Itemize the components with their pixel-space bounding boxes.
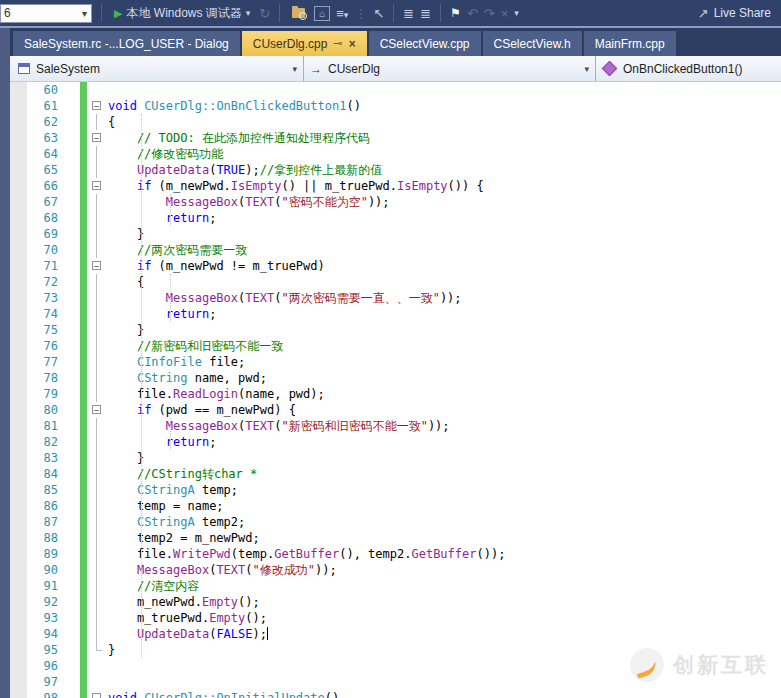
fold-toggle-icon[interactable]: − [92, 181, 101, 190]
change-tracking-bar [80, 82, 87, 98]
breakpoint-margin[interactable] [62, 114, 80, 130]
breakpoint-margin[interactable] [62, 498, 80, 514]
find-in-files-button[interactable] [289, 6, 308, 20]
fold-guide [96, 578, 97, 594]
breakpoint-margin[interactable] [62, 482, 80, 498]
member-dropdown[interactable]: OnBnClickedButton1() [596, 56, 781, 81]
change-tracking-bar [80, 242, 87, 258]
breakpoint-margin[interactable] [62, 242, 80, 258]
live-share-button[interactable]: Live Share [714, 6, 771, 20]
nav-back-icon[interactable]: ↶ [467, 6, 478, 21]
outline-margin [87, 290, 108, 306]
toolbar-overflow-icon[interactable]: ▾ [514, 8, 519, 18]
breakpoint-margin[interactable] [62, 626, 80, 642]
breakpoint-margin[interactable] [62, 178, 80, 194]
breakpoint-margin[interactable] [62, 578, 80, 594]
code-line: 82 return; [0, 434, 781, 450]
outline-margin [87, 274, 108, 290]
hot-reload-icon[interactable]: ↻ [259, 6, 270, 21]
change-tracking-bar [80, 226, 87, 242]
tab-salesystem-rc[interactable]: SaleSystem.rc -...LOG_USER - Dialog [13, 31, 240, 56]
fold-toggle-icon[interactable]: − [92, 405, 101, 414]
breakpoint-margin[interactable] [62, 338, 80, 354]
toolbar-separator [393, 4, 394, 22]
breakpoint-margin[interactable] [62, 674, 80, 690]
tab-mainfrm-cpp[interactable]: MainFrm.cpp [584, 31, 676, 56]
breakpoint-margin[interactable] [62, 514, 80, 530]
code-line: 77 CInfoFile file; [0, 354, 781, 370]
tab-cuserdlg-cpp[interactable]: CUserDlg.cpp ⊸ × [242, 31, 367, 56]
breakpoint-margin[interactable] [62, 386, 80, 402]
pin-icon[interactable]: ⊸ [333, 37, 342, 50]
breakpoint-margin[interactable] [62, 610, 80, 626]
breakpoint-margin[interactable] [62, 194, 80, 210]
code-text: void CUserDlg::OnBnClickedButton1() [108, 98, 361, 114]
code-line: 90 MessageBox(TEXT("修改成功")); [0, 562, 781, 578]
breakpoint-margin[interactable] [62, 274, 80, 290]
line-number: 61 [27, 98, 62, 114]
nav-forward-icon[interactable]: ↷ [484, 6, 495, 21]
indent-icon[interactable]: ≣ [403, 6, 414, 21]
tab-cselectview-h[interactable]: CSelectView.h [483, 31, 582, 56]
fold-guide [96, 274, 97, 290]
change-tracking-bar [80, 466, 87, 482]
outline-margin [87, 466, 108, 482]
code-text: } [108, 322, 144, 338]
breakpoint-margin[interactable] [62, 658, 80, 674]
fold-toggle-icon[interactable]: − [92, 261, 101, 270]
home-icon[interactable]: ⌂ [314, 6, 330, 21]
code-editor[interactable]: 6061−void CUserDlg::OnBnClickedButton1()… [0, 82, 781, 698]
fold-toggle-icon[interactable]: − [92, 101, 101, 110]
breakpoint-margin[interactable] [62, 434, 80, 450]
indicator-margin [10, 386, 27, 402]
breakpoint-margin[interactable] [62, 530, 80, 546]
outline-margin [87, 370, 108, 386]
bookmark-icon[interactable]: ⚑ [450, 6, 461, 20]
breakpoint-margin[interactable] [62, 322, 80, 338]
outdent-icon[interactable]: ≣ [420, 6, 431, 21]
breakpoint-margin[interactable] [62, 306, 80, 322]
code-text: if (m_newPwd.IsEmpty() || m_truePwd.IsEm… [108, 178, 484, 194]
breakpoint-margin[interactable] [62, 146, 80, 162]
breakpoint-margin[interactable] [62, 402, 80, 418]
class-dropdown[interactable]: → CUserDlg ▾ [304, 56, 596, 81]
breakpoint-margin[interactable] [62, 562, 80, 578]
breakpoint-margin[interactable] [62, 210, 80, 226]
breakpoint-margin[interactable] [62, 690, 80, 698]
breakpoint-margin[interactable] [62, 546, 80, 562]
breakpoint-margin[interactable] [62, 642, 80, 658]
pointer-select-icon[interactable]: ↖ [373, 6, 384, 21]
line-number: 95 [27, 642, 62, 658]
breakpoint-margin[interactable] [62, 466, 80, 482]
code-text: UpdateData(TRUE);//拿到控件上最新的值 [108, 162, 382, 178]
breakpoint-margin[interactable] [62, 226, 80, 242]
outline-margin [87, 594, 108, 610]
breakpoint-margin[interactable] [62, 450, 80, 466]
solution-config-combo[interactable]: 6 ▾ [0, 4, 92, 23]
breakpoint-margin[interactable] [62, 418, 80, 434]
breakpoint-margin[interactable] [62, 258, 80, 274]
breakpoint-margin[interactable] [62, 82, 80, 98]
outline-margin [87, 146, 108, 162]
breakpoint-margin[interactable] [62, 290, 80, 306]
breakpoint-margin[interactable] [62, 354, 80, 370]
breakpoint-margin[interactable] [62, 594, 80, 610]
tab-cselectview-cpp[interactable]: CSelectView.cpp [369, 31, 481, 56]
fold-toggle-icon[interactable]: − [92, 693, 101, 698]
breakpoint-margin[interactable] [62, 98, 80, 114]
list-menu-icon[interactable]: ≡▾ [336, 6, 348, 21]
breakpoint-margin[interactable] [62, 162, 80, 178]
line-number: 62 [27, 114, 62, 130]
close-icon[interactable]: × [349, 37, 356, 51]
fold-guide-end [96, 642, 97, 650]
start-debugger-button[interactable]: ▶ 本地 Windows 调试器 ▾ [111, 3, 253, 24]
outline-margin [87, 514, 108, 530]
fold-guide [96, 386, 97, 402]
breakpoint-margin[interactable] [62, 370, 80, 386]
breakpoint-margin[interactable] [62, 130, 80, 146]
fold-guide [96, 450, 97, 466]
project-dropdown[interactable]: SaleSystem ▾ [12, 56, 304, 81]
indicator-margin [10, 98, 27, 114]
fold-toggle-icon[interactable]: − [92, 133, 101, 142]
clear-bookmarks-icon[interactable]: × [501, 6, 509, 21]
